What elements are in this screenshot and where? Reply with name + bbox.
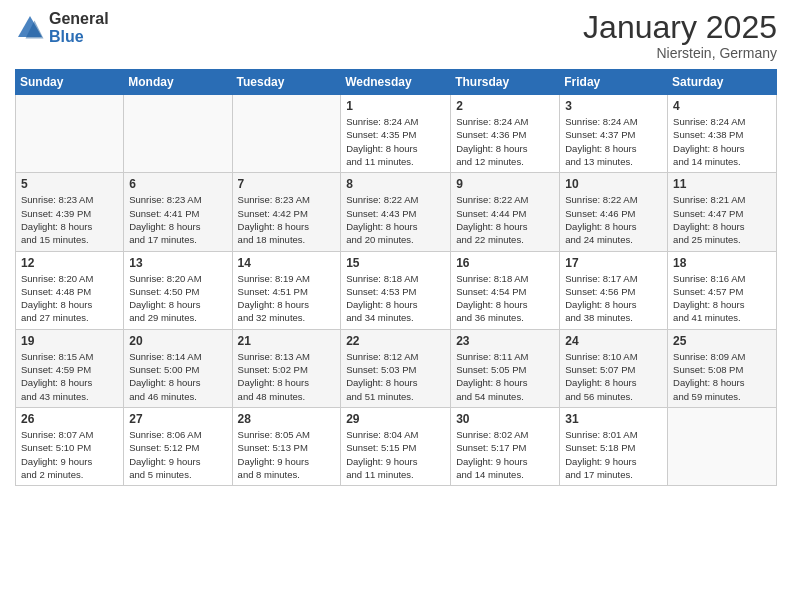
weekday-header-monday: Monday [124,70,232,95]
day-number: 14 [238,256,336,270]
day-info: Sunrise: 8:04 AM Sunset: 5:15 PM Dayligh… [346,428,445,481]
day-info: Sunrise: 8:22 AM Sunset: 4:44 PM Dayligh… [456,193,554,246]
day-info: Sunrise: 8:24 AM Sunset: 4:36 PM Dayligh… [456,115,554,168]
day-number: 20 [129,334,226,348]
day-info: Sunrise: 8:07 AM Sunset: 5:10 PM Dayligh… [21,428,118,481]
day-number: 18 [673,256,771,270]
calendar-cell: 11Sunrise: 8:21 AM Sunset: 4:47 PM Dayli… [668,173,777,251]
day-info: Sunrise: 8:17 AM Sunset: 4:56 PM Dayligh… [565,272,662,325]
calendar-cell: 28Sunrise: 8:05 AM Sunset: 5:13 PM Dayli… [232,407,341,485]
calendar-cell: 18Sunrise: 8:16 AM Sunset: 4:57 PM Dayli… [668,251,777,329]
weekday-header-row: SundayMondayTuesdayWednesdayThursdayFrid… [16,70,777,95]
day-info: Sunrise: 8:23 AM Sunset: 4:39 PM Dayligh… [21,193,118,246]
weekday-header-tuesday: Tuesday [232,70,341,95]
day-number: 6 [129,177,226,191]
calendar-cell: 27Sunrise: 8:06 AM Sunset: 5:12 PM Dayli… [124,407,232,485]
day-info: Sunrise: 8:21 AM Sunset: 4:47 PM Dayligh… [673,193,771,246]
logo-blue-text: Blue [49,28,109,46]
calendar-table: SundayMondayTuesdayWednesdayThursdayFrid… [15,69,777,486]
month-title: January 2025 [583,10,777,45]
day-number: 27 [129,412,226,426]
weekday-header-saturday: Saturday [668,70,777,95]
day-number: 12 [21,256,118,270]
day-number: 21 [238,334,336,348]
day-info: Sunrise: 8:22 AM Sunset: 4:46 PM Dayligh… [565,193,662,246]
day-info: Sunrise: 8:24 AM Sunset: 4:37 PM Dayligh… [565,115,662,168]
day-info: Sunrise: 8:18 AM Sunset: 4:53 PM Dayligh… [346,272,445,325]
calendar-cell: 25Sunrise: 8:09 AM Sunset: 5:08 PM Dayli… [668,329,777,407]
calendar-cell: 19Sunrise: 8:15 AM Sunset: 4:59 PM Dayli… [16,329,124,407]
day-info: Sunrise: 8:16 AM Sunset: 4:57 PM Dayligh… [673,272,771,325]
calendar-cell: 2Sunrise: 8:24 AM Sunset: 4:36 PM Daylig… [451,95,560,173]
calendar-cell: 13Sunrise: 8:20 AM Sunset: 4:50 PM Dayli… [124,251,232,329]
calendar-cell [232,95,341,173]
location-subtitle: Nierstein, Germany [583,45,777,61]
day-number: 13 [129,256,226,270]
calendar-cell [668,407,777,485]
calendar-cell: 10Sunrise: 8:22 AM Sunset: 4:46 PM Dayli… [560,173,668,251]
day-number: 1 [346,99,445,113]
day-number: 22 [346,334,445,348]
calendar-cell: 17Sunrise: 8:17 AM Sunset: 4:56 PM Dayli… [560,251,668,329]
calendar-cell: 6Sunrise: 8:23 AM Sunset: 4:41 PM Daylig… [124,173,232,251]
calendar-week-row: 1Sunrise: 8:24 AM Sunset: 4:35 PM Daylig… [16,95,777,173]
calendar-cell: 16Sunrise: 8:18 AM Sunset: 4:54 PM Dayli… [451,251,560,329]
day-info: Sunrise: 8:20 AM Sunset: 4:48 PM Dayligh… [21,272,118,325]
day-info: Sunrise: 8:01 AM Sunset: 5:18 PM Dayligh… [565,428,662,481]
calendar-cell: 14Sunrise: 8:19 AM Sunset: 4:51 PM Dayli… [232,251,341,329]
day-number: 16 [456,256,554,270]
logo-text: General Blue [49,10,109,45]
logo-icon [15,13,45,43]
calendar-cell: 8Sunrise: 8:22 AM Sunset: 4:43 PM Daylig… [341,173,451,251]
day-info: Sunrise: 8:15 AM Sunset: 4:59 PM Dayligh… [21,350,118,403]
calendar-cell: 15Sunrise: 8:18 AM Sunset: 4:53 PM Dayli… [341,251,451,329]
calendar-cell: 21Sunrise: 8:13 AM Sunset: 5:02 PM Dayli… [232,329,341,407]
day-number: 10 [565,177,662,191]
calendar-cell: 23Sunrise: 8:11 AM Sunset: 5:05 PM Dayli… [451,329,560,407]
day-number: 2 [456,99,554,113]
calendar-cell: 30Sunrise: 8:02 AM Sunset: 5:17 PM Dayli… [451,407,560,485]
day-info: Sunrise: 8:09 AM Sunset: 5:08 PM Dayligh… [673,350,771,403]
logo: General Blue [15,10,109,45]
title-block: January 2025 Nierstein, Germany [583,10,777,61]
day-number: 3 [565,99,662,113]
day-number: 5 [21,177,118,191]
calendar-cell: 4Sunrise: 8:24 AM Sunset: 4:38 PM Daylig… [668,95,777,173]
weekday-header-sunday: Sunday [16,70,124,95]
calendar-page: General Blue January 2025 Nierstein, Ger… [0,0,792,612]
calendar-cell: 24Sunrise: 8:10 AM Sunset: 5:07 PM Dayli… [560,329,668,407]
day-number: 7 [238,177,336,191]
day-number: 25 [673,334,771,348]
calendar-cell: 26Sunrise: 8:07 AM Sunset: 5:10 PM Dayli… [16,407,124,485]
day-info: Sunrise: 8:22 AM Sunset: 4:43 PM Dayligh… [346,193,445,246]
calendar-cell [16,95,124,173]
calendar-cell: 31Sunrise: 8:01 AM Sunset: 5:18 PM Dayli… [560,407,668,485]
day-info: Sunrise: 8:13 AM Sunset: 5:02 PM Dayligh… [238,350,336,403]
day-info: Sunrise: 8:20 AM Sunset: 4:50 PM Dayligh… [129,272,226,325]
calendar-cell: 7Sunrise: 8:23 AM Sunset: 4:42 PM Daylig… [232,173,341,251]
calendar-cell: 9Sunrise: 8:22 AM Sunset: 4:44 PM Daylig… [451,173,560,251]
day-info: Sunrise: 8:14 AM Sunset: 5:00 PM Dayligh… [129,350,226,403]
day-number: 17 [565,256,662,270]
weekday-header-friday: Friday [560,70,668,95]
day-info: Sunrise: 8:05 AM Sunset: 5:13 PM Dayligh… [238,428,336,481]
calendar-week-row: 12Sunrise: 8:20 AM Sunset: 4:48 PM Dayli… [16,251,777,329]
logo-general-text: General [49,10,109,28]
day-info: Sunrise: 8:11 AM Sunset: 5:05 PM Dayligh… [456,350,554,403]
calendar-week-row: 19Sunrise: 8:15 AM Sunset: 4:59 PM Dayli… [16,329,777,407]
day-info: Sunrise: 8:02 AM Sunset: 5:17 PM Dayligh… [456,428,554,481]
day-number: 8 [346,177,445,191]
day-info: Sunrise: 8:23 AM Sunset: 4:42 PM Dayligh… [238,193,336,246]
day-number: 11 [673,177,771,191]
day-number: 23 [456,334,554,348]
calendar-cell: 29Sunrise: 8:04 AM Sunset: 5:15 PM Dayli… [341,407,451,485]
day-info: Sunrise: 8:12 AM Sunset: 5:03 PM Dayligh… [346,350,445,403]
day-number: 4 [673,99,771,113]
calendar-cell: 12Sunrise: 8:20 AM Sunset: 4:48 PM Dayli… [16,251,124,329]
day-number: 19 [21,334,118,348]
day-info: Sunrise: 8:10 AM Sunset: 5:07 PM Dayligh… [565,350,662,403]
day-info: Sunrise: 8:06 AM Sunset: 5:12 PM Dayligh… [129,428,226,481]
calendar-cell: 20Sunrise: 8:14 AM Sunset: 5:00 PM Dayli… [124,329,232,407]
day-number: 9 [456,177,554,191]
calendar-cell: 22Sunrise: 8:12 AM Sunset: 5:03 PM Dayli… [341,329,451,407]
